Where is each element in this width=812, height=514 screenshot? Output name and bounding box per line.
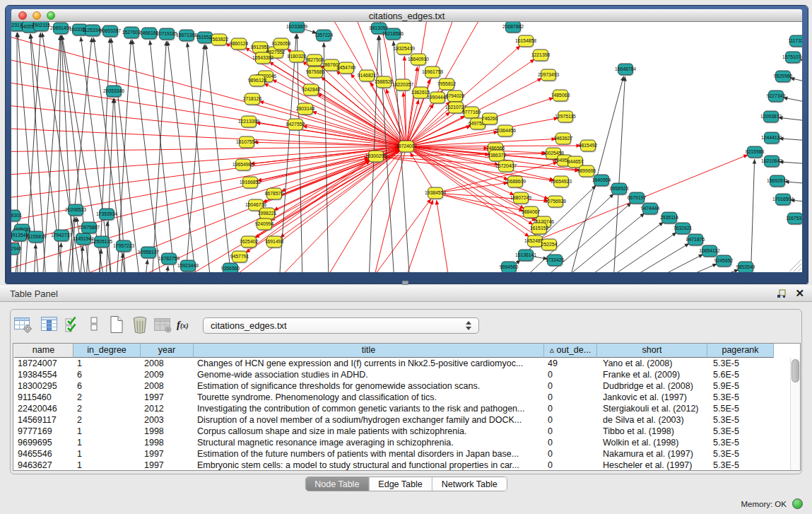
graph-node[interactable]: 18325419 — [394, 43, 415, 56]
graph-node[interactable]: 19654985 — [233, 159, 254, 172]
graph-node[interactable]: 18220357 — [392, 79, 413, 92]
graph-node[interactable]: 15751074 — [782, 52, 802, 64]
graph-node[interactable]: 252254 — [541, 239, 558, 252]
graph-node[interactable]: 8678570 — [265, 188, 284, 201]
graph-node[interactable]: 10719185 — [156, 28, 177, 41]
graph-node[interactable]: 16671368 — [176, 30, 197, 42]
graph-node[interactable]: 12213399 — [238, 116, 259, 129]
graph-node[interactable]: 8126058 — [272, 38, 291, 51]
graph-node[interactable]: 18107554 — [236, 136, 257, 149]
graph-node[interactable]: 20364456 — [495, 125, 516, 138]
import-checks-icon[interactable] — [64, 315, 81, 334]
graph-node[interactable]: 1588520 — [375, 76, 394, 89]
graph-node[interactable]: 1691493 — [265, 236, 284, 249]
graph-node[interactable]: 9356560 — [221, 263, 240, 272]
graph-node[interactable]: 8215988 — [746, 146, 765, 159]
graph-node[interactable]: 1167533 — [786, 213, 802, 226]
column-header-out_de[interactable]: ▵ out_de... — [544, 344, 597, 358]
column-header-short[interactable]: short — [597, 344, 707, 358]
table-row[interactable]: 977716911998Corpus callosum shape and si… — [13, 426, 800, 437]
graph-node[interactable]: 1527602 — [122, 27, 141, 40]
column-header-in_degree[interactable]: in_degree — [73, 344, 141, 358]
graph-node[interactable]: 8180328 — [288, 51, 307, 64]
column-header-year[interactable]: year — [141, 344, 194, 358]
graph-node[interactable]: 10688609 — [505, 176, 526, 189]
graph-node[interactable]: 16648784 — [615, 64, 636, 76]
show-column-icon[interactable] — [40, 315, 59, 334]
graph-node[interactable]: 9827508 — [305, 54, 324, 67]
graph-node[interactable]: 9529966 — [774, 71, 793, 83]
graph-node[interactable]: 9227343 — [767, 90, 786, 103]
graph-node[interactable]: 12975115 — [555, 111, 576, 124]
graph-node[interactable]: 7902115 — [32, 22, 50, 33]
table-row[interactable]: 911546021997Tourette syndrome. Phenomeno… — [13, 392, 800, 403]
table-row[interactable]: 1872400712008Changes of HCN gene express… — [13, 358, 800, 369]
graph-node[interactable]: 12444131 — [761, 132, 782, 145]
window-resize-grip[interactable] — [789, 259, 801, 271]
graph-node[interactable]: 12093872 — [760, 111, 782, 124]
graph-node[interactable]: 8427552 — [286, 119, 305, 132]
graph-node[interactable]: 17353934 — [96, 209, 117, 221]
tab-edge-table[interactable]: Edge Table — [369, 477, 432, 491]
graph-node[interactable]: 1117333 — [788, 35, 802, 48]
graph-node[interactable]: 20973493 — [538, 69, 559, 82]
graph-node[interactable]: 7632621 — [673, 223, 693, 235]
graph-node[interactable]: 2935114 — [660, 212, 678, 225]
graph-node[interactable]: 10756928 — [545, 196, 566, 209]
table-row[interactable]: 969969511998Structural magnetic resonanc… — [13, 437, 800, 448]
table-row[interactable]: 946554611997Estimation of the future num… — [13, 448, 800, 460]
tab-network-table[interactable]: Network Table — [433, 477, 507, 491]
graph-node[interactable]: 9875685 — [306, 66, 325, 79]
column-header-title[interactable]: title — [194, 344, 544, 358]
graph-node[interactable]: 9777169 — [462, 107, 481, 119]
graph-node[interactable]: 19166852 — [240, 177, 261, 189]
graph-node[interactable]: 20206533 — [65, 204, 86, 217]
table-row[interactable]: 1938455462009Genome-wide association stu… — [13, 369, 800, 380]
graph-node[interactable]: 16961758 — [422, 66, 443, 79]
column-header-pagerank[interactable]: pagerank — [707, 344, 774, 358]
graph-node[interactable]: 17942737 — [51, 230, 72, 243]
memory-status-indicator[interactable] — [792, 498, 803, 509]
graph-node[interactable]: 17016504 — [772, 194, 794, 206]
graph-node[interactable]: 8471876 — [686, 234, 705, 247]
close-panel-icon[interactable]: ✕ — [795, 287, 804, 300]
graph-node[interactable]: 10975887 — [78, 222, 100, 235]
graph-node[interactable]: 15692971 — [767, 175, 788, 188]
graph-node[interactable]: 9242848 — [302, 84, 321, 97]
graph-node[interactable]: 6794028 — [446, 90, 465, 103]
graph-node[interactable]: 9463627 — [554, 133, 573, 146]
graph-node[interactable]: 20687882 — [502, 22, 524, 34]
graph-node[interactable]: 16210643 — [761, 156, 782, 168]
trash-icon[interactable] — [131, 315, 149, 334]
graph-node[interactable]: 8860124 — [230, 38, 249, 51]
graph-node[interactable]: 7955812 — [437, 78, 457, 91]
graph-node[interactable]: 9896128 — [248, 75, 267, 88]
graph-node[interactable]: 8958923 — [610, 183, 629, 196]
window-titlebar[interactable]: citations_edges.txt — [11, 9, 802, 22]
vertical-scrollbar[interactable] — [790, 358, 800, 470]
graph-node[interactable]: 19384554 — [425, 187, 446, 200]
graph-node[interactable]: 19654923 — [551, 176, 572, 189]
graph-node[interactable]: 9853549 — [736, 262, 755, 272]
graph-node[interactable]: 16033809 — [286, 22, 307, 34]
graph-node[interactable]: 9457791 — [230, 251, 249, 264]
graph-node[interactable]: 9815492 — [579, 140, 598, 153]
graph-node[interactable]: 746266 — [482, 113, 498, 126]
graph-node[interactable]: 17957223 — [113, 240, 134, 253]
graph-node[interactable]: 20691406 — [50, 23, 71, 35]
graph-node[interactable]: 9899695 — [577, 165, 596, 178]
graph-node[interactable]: 16782759 — [158, 253, 180, 266]
graph-node[interactable]: 6679197 — [628, 192, 647, 205]
graph-node[interactable]: 2803144 — [296, 103, 315, 116]
graph-node[interactable]: 8454749 — [337, 62, 356, 75]
graph-node[interactable]: 9146821 — [358, 70, 377, 83]
graph-node[interactable]: 15720407 — [495, 160, 517, 173]
graph-node[interactable]: 7142944 — [11, 243, 21, 256]
network-canvas[interactable]: 1872400718300295193845541623176454055717… — [11, 22, 802, 272]
graph-node[interactable]: 7625402 — [240, 236, 259, 249]
table-settings-icon[interactable] — [13, 315, 33, 334]
tab-node-table[interactable]: Node Table — [305, 477, 369, 491]
graph-node[interactable]: 19904448 — [427, 92, 448, 105]
graph-node[interactable]: 7485063 — [551, 90, 570, 103]
table-row[interactable]: 1456911722003Disruption of a novel membe… — [13, 414, 800, 426]
